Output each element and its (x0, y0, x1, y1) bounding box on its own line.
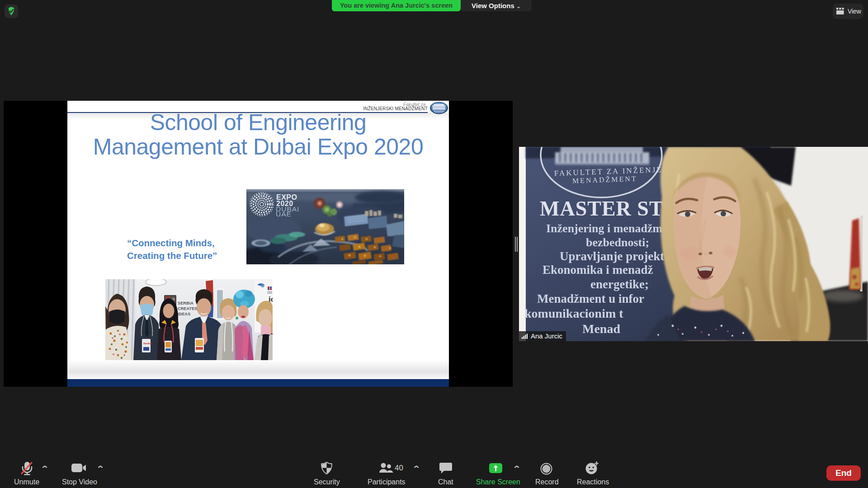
svg-text:MASTER STU: MASTER STU (540, 197, 679, 220)
svg-text:CREATES: CREATES (178, 306, 197, 311)
svg-text:komunikacionim t: komunikacionim t (524, 306, 623, 320)
svg-text:Ekonomika i menadž: Ekonomika i menadž (542, 263, 653, 277)
svg-text:UAE: UAE (276, 210, 292, 218)
svg-text:energetike;: energetike; (590, 277, 649, 291)
svg-text:Menadžment u infor: Menadžment u infor (537, 292, 644, 305)
svg-text:SERBIA: SERBIA (178, 301, 193, 305)
svg-text:Menad: Menad (582, 322, 620, 336)
svg-text:Serbia: Serbia (143, 342, 152, 345)
svg-text:IDEAS: IDEAS (178, 312, 190, 316)
svg-text:bezbednosti;: bezbednosti; (586, 236, 649, 249)
svg-text:Upravljanje projekt: Upravljanje projekt (560, 249, 664, 263)
svg-text:Inženjering i menadžm: Inženjering i menadžm (546, 222, 662, 235)
